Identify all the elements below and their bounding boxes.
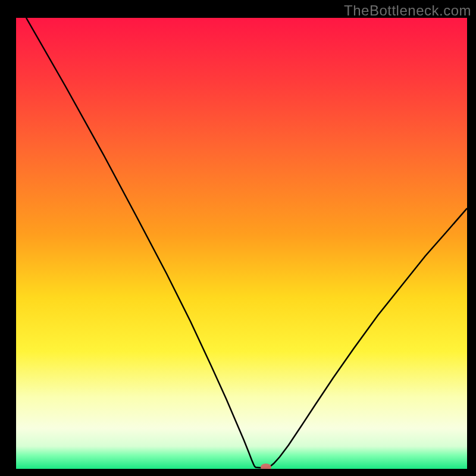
bottleneck-chart	[0, 0, 476, 476]
optimal-point-marker	[261, 464, 271, 471]
chart-container: TheBottleneck.com	[0, 0, 476, 476]
watermark-label: TheBottleneck.com	[344, 2, 471, 19]
plot-gradient-area	[16, 18, 467, 469]
